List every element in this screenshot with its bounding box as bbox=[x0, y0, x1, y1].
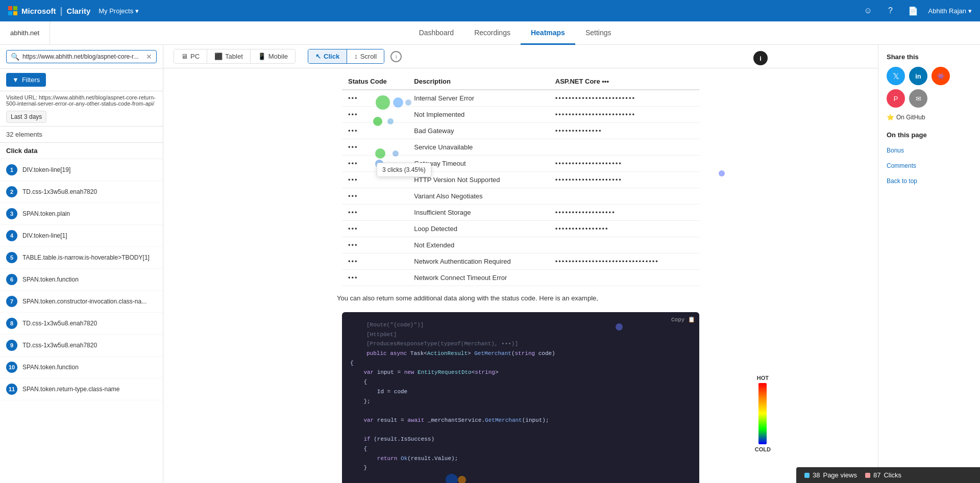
code-line-2: [HttpGet] bbox=[350, 330, 691, 340]
page-link-back-to-top[interactable]: Back to top bbox=[887, 177, 972, 185]
item-number: 7 bbox=[6, 296, 17, 307]
col-header-aspnet: ASP.NET Core ••• bbox=[549, 73, 699, 90]
aspnet-dots bbox=[549, 188, 699, 205]
item-label: SPAN.token.function bbox=[22, 276, 79, 283]
list-item[interactable]: 10 SPAN.token.function bbox=[0, 357, 163, 378]
page-link-bonus[interactable]: Bonus bbox=[887, 147, 972, 154]
item-label: SPAN.token.constructor-invocation.class-… bbox=[22, 298, 146, 305]
filter-icon: ▼ bbox=[12, 76, 19, 84]
reddit-share-button[interactable]: 👾 bbox=[932, 67, 950, 85]
list-item[interactable]: 5 TABLE.table.is-narrow.is-hoverable>TBO… bbox=[0, 247, 163, 269]
description-cell: Not Extended bbox=[408, 237, 549, 253]
tab-recordings[interactable]: Recordings bbox=[464, 22, 521, 45]
code-line-17 bbox=[350, 473, 691, 482]
device-btn-pc[interactable]: 🖥 PC bbox=[174, 49, 207, 63]
aspnet-dots: •••••••••••••••• bbox=[549, 221, 699, 237]
email-share-button[interactable]: ✉ bbox=[909, 89, 927, 108]
click-data-label: Click data bbox=[0, 143, 163, 159]
item-number: 1 bbox=[6, 164, 17, 175]
tab-settings[interactable]: Settings bbox=[575, 22, 622, 45]
github-star[interactable]: ⭐ On GitHub bbox=[887, 114, 972, 121]
description-cell: Variant Also Negotiates bbox=[408, 188, 549, 205]
tab-heatmaps[interactable]: Heatmaps bbox=[521, 22, 575, 45]
item-label: DIV.token-line[19] bbox=[22, 166, 70, 173]
twitter-share-button[interactable]: 𝕏 bbox=[887, 67, 905, 85]
device-group: 🖥 PC ⬛ Tablet 📱 Mobile bbox=[174, 49, 296, 64]
device-btn-tablet[interactable]: ⬛ Tablet bbox=[207, 49, 251, 63]
on-this-page-label: On this page bbox=[887, 131, 972, 139]
smiley-icon[interactable]: ☺ bbox=[861, 4, 875, 18]
table-container: Status Code Description ASP.NET Core •••… bbox=[337, 73, 704, 286]
info-circle-button[interactable]: i bbox=[753, 51, 768, 65]
aspnet-dots bbox=[549, 139, 699, 156]
search-clear-icon[interactable]: ✕ bbox=[146, 53, 152, 61]
social-row: 𝕏 in 👾 P ✉ bbox=[887, 67, 972, 108]
item-label: SPAN.token.plain bbox=[22, 210, 70, 217]
aspnet-dots: •••••••••••••••••••• bbox=[549, 156, 699, 172]
code-line-14: { bbox=[350, 444, 691, 454]
list-item[interactable]: 1 DIV.token-line[19] bbox=[0, 159, 163, 181]
pocket-share-button[interactable]: P bbox=[887, 89, 905, 108]
code-line-3: [ProducesResponseType(typeof(Merchant), … bbox=[350, 339, 691, 349]
date-range[interactable]: Last 3 days bbox=[6, 111, 46, 123]
page-views-label: Page views bbox=[823, 471, 856, 479]
content-area: 🖥 PC ⬛ Tablet 📱 Mobile ↖ Click ↕ bbox=[163, 45, 878, 483]
legend-cold-label: COLD bbox=[755, 446, 771, 452]
list-item[interactable]: 2 TD.css-1x3w5u8.enah7820 bbox=[0, 181, 163, 203]
list-item[interactable]: 6 SPAN.token.function bbox=[0, 269, 163, 291]
nav-tabs: Dashboard Recordings Heatmaps Settings bbox=[409, 21, 622, 44]
copy-button[interactable]: Copy 📋 bbox=[671, 316, 695, 323]
nav-separator: | bbox=[60, 6, 63, 16]
list-item[interactable]: 9 TD.css-1x3w5u8.enah7820 bbox=[0, 335, 163, 357]
status-dots: ••• bbox=[342, 139, 408, 156]
table-row: ••• Bad Gateway •••••••••••••• bbox=[342, 123, 699, 139]
col-header-status: Status Code bbox=[342, 73, 408, 90]
linkedin-share-button[interactable]: in bbox=[909, 67, 927, 85]
document-icon[interactable]: 📄 bbox=[906, 4, 920, 18]
col-header-desc: Description bbox=[408, 73, 549, 90]
microsoft-label: Microsoft bbox=[21, 7, 56, 15]
aspnet-dots: •••••••••••••••••••••••• bbox=[549, 107, 699, 123]
visited-url-label: Visited URL: https://www.abhith.net/blog… bbox=[6, 94, 157, 107]
list-item[interactable]: 4 DIV.token-line[1] bbox=[0, 225, 163, 247]
item-number: 5 bbox=[6, 252, 17, 263]
code-line-15: return Ok(result.Value); bbox=[350, 454, 691, 464]
my-projects-button[interactable]: My Projects ▾ bbox=[99, 7, 139, 15]
clicks-count: 87 bbox=[873, 471, 880, 479]
status-dots: ••• bbox=[342, 205, 408, 221]
user-menu[interactable]: Abhith Rajan ▾ bbox=[928, 7, 972, 15]
help-icon[interactable]: ? bbox=[884, 4, 898, 18]
device-btn-mobile[interactable]: 📱 Mobile bbox=[251, 49, 295, 63]
chevron-down-icon: ▾ bbox=[135, 7, 139, 15]
info-icon[interactable]: i bbox=[390, 51, 402, 62]
view-btn-click[interactable]: ↖ Click bbox=[308, 49, 347, 63]
aspnet-dots: •••••••••••••••••• bbox=[549, 205, 699, 221]
item-number: 3 bbox=[6, 208, 17, 219]
elements-count: 32 elements bbox=[0, 126, 163, 143]
table-row: ••• Not Implemented ••••••••••••••••••••… bbox=[342, 107, 699, 123]
item-label: SPAN.token.return-type.class-name bbox=[22, 386, 120, 393]
stats-bar: 38 Page views 87 Clicks bbox=[796, 467, 980, 483]
page-views-count: 38 bbox=[813, 471, 820, 479]
main-layout: 🔍 ✕ ▼ Filters Visited URL: https://www.a… bbox=[0, 45, 980, 483]
description-cell: Network Authentication Required bbox=[408, 253, 549, 270]
list-item[interactable]: 7 SPAN.token.constructor-invocation.clas… bbox=[0, 291, 163, 313]
page-link-comments[interactable]: Comments bbox=[887, 162, 972, 169]
view-btn-scroll[interactable]: ↕ Scroll bbox=[347, 49, 384, 63]
code-line-4: public async Task<ActionResult> GetMerch… bbox=[350, 349, 691, 359]
aspnet-dots bbox=[549, 270, 699, 286]
item-label: TD.css-1x3w5u8.enah7820 bbox=[22, 188, 97, 195]
filter-button[interactable]: ▼ Filters bbox=[6, 73, 46, 87]
table-row: ••• Variant Also Negotiates bbox=[342, 188, 699, 205]
tab-dashboard[interactable]: Dashboard bbox=[409, 22, 464, 45]
list-item[interactable]: 8 TD.css-1x3w5u8.enah7820 bbox=[0, 313, 163, 335]
table-row: ••• Insufficient Storage •••••••••••••••… bbox=[342, 205, 699, 221]
clicks-icon bbox=[865, 473, 870, 478]
code-line-5: { bbox=[350, 359, 691, 368]
search-input[interactable] bbox=[22, 53, 143, 60]
aspnet-dots bbox=[549, 237, 699, 253]
list-item[interactable]: 3 SPAN.token.plain bbox=[0, 203, 163, 225]
list-item[interactable]: 11 SPAN.token.return-type.class-name bbox=[0, 378, 163, 400]
item-label: TABLE.table.is-narrow.is-hoverable>TBODY… bbox=[22, 254, 150, 261]
linkedin-icon: in bbox=[915, 72, 921, 80]
